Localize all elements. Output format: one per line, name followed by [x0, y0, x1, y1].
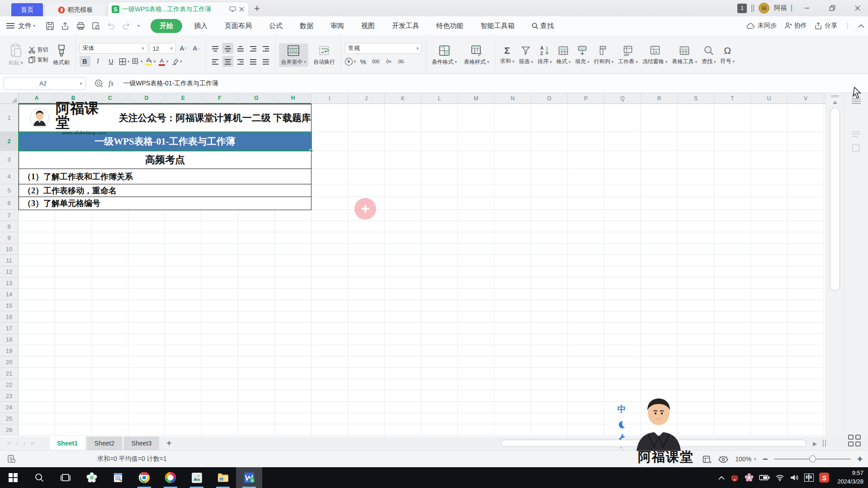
split-handle-horizontal[interactable]	[823, 440, 826, 447]
menu-tab-数据[interactable]: 数据	[294, 19, 319, 33]
row-header-8[interactable]: 8	[0, 221, 18, 232]
column-header-I[interactable]: I	[311, 93, 348, 104]
grid-row-15[interactable]	[19, 300, 824, 311]
column-header-V[interactable]: V	[788, 93, 824, 104]
align-top-icon[interactable]	[210, 43, 221, 54]
tool-行和列[interactable]: 行和列▾	[592, 44, 616, 66]
row-header-10[interactable]: 10	[0, 244, 18, 255]
user-avatar[interactable]: 福	[759, 3, 769, 14]
ime-more-icon[interactable]: °,	[620, 446, 623, 451]
vertical-scroll-thumb[interactable]	[830, 108, 840, 291]
draw-border-button[interactable]: ▾	[132, 56, 143, 67]
copy-button[interactable]: 复制	[28, 56, 48, 64]
grid-row-18[interactable]	[19, 334, 824, 345]
cell-row-4[interactable]: （1）了解工作表和工作簿关系	[19, 169, 311, 184]
fill-color-button[interactable]: ▾	[145, 56, 156, 67]
menu-tab-查找[interactable]: 查找	[526, 19, 559, 33]
italic-button[interactable]: I	[93, 56, 104, 67]
align-bottom-icon[interactable]	[235, 43, 246, 54]
menu-tab-开发工具[interactable]: 开发工具	[387, 19, 425, 33]
column-header-O[interactable]: O	[531, 93, 568, 104]
number-format-select[interactable]: 常规▾	[345, 43, 422, 54]
tool-填充[interactable]: 填充▾	[573, 44, 591, 66]
zoom-level[interactable]: 100%	[735, 455, 751, 463]
menu-tab-页面布局[interactable]: 页面布局	[219, 19, 257, 33]
tool-求和[interactable]: Σ求和▾	[498, 44, 516, 66]
decrease-indent-icon[interactable]	[248, 43, 259, 54]
start-button[interactable]	[0, 467, 26, 488]
row-header-1[interactable]: 1	[0, 104, 18, 132]
font-name-select[interactable]: 宋体▾	[80, 43, 147, 54]
grid-row-17[interactable]	[19, 323, 824, 334]
row-header-26[interactable]: 26	[0, 424, 18, 436]
align-middle-icon[interactable]	[222, 43, 233, 54]
underline-button[interactable]: U	[106, 56, 117, 67]
grid-row-21[interactable]	[19, 368, 824, 379]
chrome-icon[interactable]	[131, 467, 157, 488]
grid-row-26[interactable]	[19, 424, 824, 436]
percent-format-icon[interactable]: %	[358, 56, 368, 67]
row-header-15[interactable]: 15	[0, 300, 18, 311]
column-header-H[interactable]: H	[275, 93, 311, 104]
column-header-D[interactable]: D	[128, 93, 165, 104]
cut-button[interactable]: 剪切	[28, 46, 48, 54]
column-header-G[interactable]: G	[238, 93, 275, 104]
export-icon[interactable]	[61, 21, 70, 31]
column-header-J[interactable]: J	[348, 93, 385, 104]
grid-row-14[interactable]	[19, 289, 824, 300]
main-menu-icon[interactable]	[6, 22, 14, 30]
column-header-A[interactable]: A	[19, 93, 55, 104]
column-header-N[interactable]: N	[495, 93, 531, 104]
menu-tab-公式[interactable]: 公式	[264, 19, 288, 33]
add-sheet-button[interactable]: +	[161, 436, 177, 450]
row-header-5[interactable]: 5	[0, 184, 18, 197]
column-header-R[interactable]: R	[641, 93, 678, 104]
battery-icon[interactable]	[759, 474, 770, 481]
row-header-3[interactable]: 3	[0, 151, 18, 169]
menu-tab-智能工具箱[interactable]: 智能工具箱	[475, 19, 520, 33]
close-tab-icon[interactable]	[239, 6, 245, 12]
column-header-L[interactable]: L	[421, 93, 458, 104]
print-icon[interactable]	[76, 21, 85, 31]
table-style-button[interactable]: 表格样式▾	[462, 43, 492, 67]
zoom-slider-knob[interactable]	[809, 455, 816, 462]
home-tab[interactable]: 首页	[11, 3, 43, 16]
side-panel-notes-icon[interactable]	[852, 131, 861, 138]
paste-button[interactable]: 粘贴▾	[6, 42, 25, 68]
message-count-badge[interactable]: 1	[737, 4, 747, 13]
format-painter-button[interactable]: 格式刷	[51, 43, 72, 67]
menu-tab-视图[interactable]: 视图	[356, 19, 380, 33]
column-header-F[interactable]: F	[202, 93, 238, 104]
collapse-ribbon-icon[interactable]	[858, 24, 864, 28]
status-sheet-icon[interactable]	[7, 454, 15, 463]
font-size-select[interactable]: 12▾	[150, 43, 176, 54]
cell-row-5[interactable]: （2）工作表移动，重命名	[19, 184, 311, 197]
increase-decimal-icon[interactable]: .0+	[383, 56, 394, 67]
tool-表格工具[interactable]: 表格工具▾	[670, 44, 699, 66]
close-button[interactable]	[847, 0, 868, 16]
app-flower-icon[interactable]	[79, 467, 105, 488]
row-header-21[interactable]: 21	[0, 368, 18, 379]
undo-icon[interactable]	[107, 21, 116, 30]
search-button[interactable]	[26, 467, 52, 488]
select-all-corner[interactable]	[0, 93, 19, 104]
grid-row-11[interactable]	[19, 255, 824, 266]
menu-tab-审阅[interactable]: 审阅	[325, 19, 349, 33]
row-header-12[interactable]: 12	[0, 266, 18, 277]
grid-row-7[interactable]	[19, 210, 824, 221]
file-menu[interactable]: 文件	[18, 22, 32, 30]
row-header-2[interactable]: 2	[0, 132, 18, 151]
justify-icon[interactable]	[248, 56, 259, 67]
view-mode-icon[interactable]	[703, 455, 712, 463]
row-header-13[interactable]: 13	[0, 277, 18, 289]
decrease-font-icon[interactable]: A−	[191, 43, 202, 54]
workspace-grid-icon[interactable]	[848, 435, 861, 446]
font-color-button[interactable]: A▾	[158, 56, 169, 67]
increase-indent-icon[interactable]	[260, 43, 271, 54]
grid-row-24[interactable]	[19, 402, 824, 413]
tray-flower-icon[interactable]	[745, 473, 754, 482]
column-header-E[interactable]: E	[165, 93, 202, 104]
split-handle[interactable]	[831, 95, 839, 97]
name-box[interactable]: A2▾	[4, 77, 86, 90]
row-header-9[interactable]: 9	[0, 232, 18, 244]
